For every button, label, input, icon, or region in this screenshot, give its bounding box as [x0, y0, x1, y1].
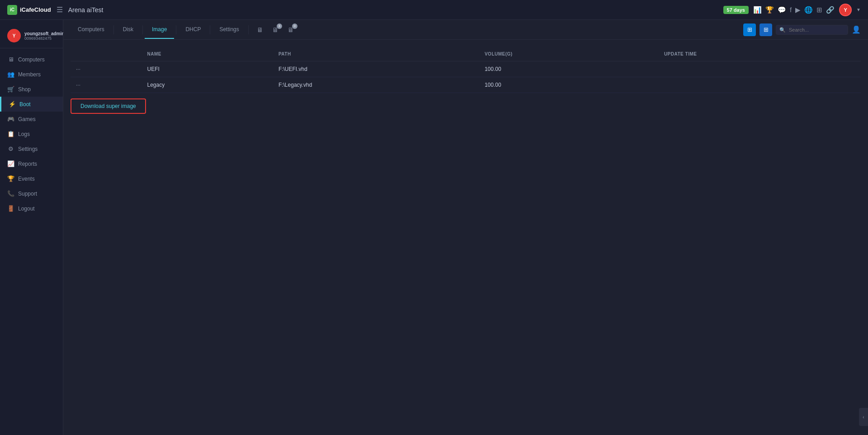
chat-icon[interactable]: 💬: [778, 6, 786, 14]
sidebar-item-computers[interactable]: 🖥 Computers: [0, 52, 63, 67]
sidebar-item-label: Reports: [18, 161, 37, 167]
download-super-image-button[interactable]: Download super image: [71, 98, 146, 114]
days-badge[interactable]: 57 days: [723, 6, 749, 14]
sidebar-item-label: Shop: [18, 86, 31, 93]
sidebar-item-shop[interactable]: 🛒 Shop: [0, 82, 63, 97]
globe-icon[interactable]: 🌐: [804, 6, 813, 14]
tab-divider-2: [142, 25, 143, 34]
tab-disk[interactable]: Disk: [116, 21, 141, 39]
col-update-time: UPDATE TIME: [659, 47, 861, 61]
tab-divider: [113, 25, 114, 34]
sidebar-item-reports[interactable]: 📈 Reports: [0, 156, 63, 171]
sidebar-item-label: Logout: [18, 206, 35, 212]
table-row: ··· UEFI F:\UEFI.vhd 100.00: [71, 61, 861, 77]
avatar: Y: [7, 29, 21, 42]
row-volume: 100.00: [479, 61, 659, 77]
col-volume: VOLUME(G): [479, 47, 659, 61]
table-row: ··· Legacy F:\Legacy.vhd 100.00: [71, 77, 861, 93]
youtube-icon[interactable]: ▶: [795, 6, 801, 14]
tab-divider-5: [248, 25, 249, 34]
boot-icon: ⚡: [9, 101, 16, 108]
trophy-icon[interactable]: 🏆: [765, 6, 774, 14]
main-layout: Y youngzsoft_admin 009693482475 🖥 Comput…: [0, 20, 868, 435]
monitor-icon-3[interactable]: 🖥 0: [285, 24, 297, 35]
col-actions: [71, 47, 142, 61]
sidebar-item-members[interactable]: 👥 Members: [0, 67, 63, 82]
row-dots[interactable]: ···: [71, 77, 142, 93]
windows-btn-2[interactable]: ⊞: [760, 23, 772, 36]
logo[interactable]: iC iCafeCloud: [7, 5, 51, 15]
members-icon: 👥: [7, 71, 14, 78]
image-table: NAME PATH VOLUME(G) UPDATE TIME ··· UEFI…: [71, 47, 861, 93]
monitor-badge-2: 3: [277, 23, 282, 29]
tabs-right: ⊞ ⊞ 🔍 👤: [743, 23, 861, 36]
sidebar: Y youngzsoft_admin 009693482475 🖥 Comput…: [0, 20, 63, 435]
grid-icon[interactable]: ⊞: [816, 6, 822, 14]
topbar-left: iC iCafeCloud ☰ Arena aiTest: [7, 5, 103, 15]
facebook-icon[interactable]: f: [790, 6, 792, 14]
sidebar-item-games[interactable]: 🎮 Games: [0, 112, 63, 126]
sidebar-item-logout[interactable]: 🚪 Logout: [0, 201, 63, 216]
sidebar-item-events[interactable]: 🏆 Events: [0, 171, 63, 186]
monitor-icon-2[interactable]: 🖥 3: [269, 24, 281, 35]
logout-icon: 🚪: [7, 205, 14, 212]
tab-icons: 🖥 🖥 3 🖥 0: [254, 24, 297, 35]
page-title: Arena aiTest: [68, 6, 104, 14]
tab-image[interactable]: Image: [145, 21, 174, 39]
tab-divider-3: [176, 25, 176, 34]
scroll-handle[interactable]: ‹: [859, 408, 868, 426]
content-area: Computers Disk Image DHCP Settings 🖥 🖥 3…: [63, 20, 868, 435]
shop-icon: 🛒: [7, 86, 14, 93]
sidebar-item-label: Boot: [19, 101, 31, 108]
topbar-icons: 📊 🏆 💬 f ▶ 🌐 ⊞ 🔗: [753, 6, 835, 14]
settings-icon: ⚙: [7, 145, 14, 152]
topbar-right: 57 days 📊 🏆 💬 f ▶ 🌐 ⊞ 🔗 Y ▼: [723, 4, 861, 16]
user-info: youngzsoft_admin 009693482475: [24, 31, 64, 41]
sidebar-item-label: Events: [18, 176, 35, 182]
avatar-dropdown-icon[interactable]: ▼: [856, 7, 861, 12]
tabs-bar: Computers Disk Image DHCP Settings 🖥 🖥 3…: [63, 20, 868, 40]
link-icon[interactable]: 🔗: [826, 6, 835, 14]
tab-divider-4: [210, 25, 210, 34]
row-path: F:\UEFI.vhd: [273, 61, 479, 77]
row-update-time: [659, 77, 861, 93]
events-icon: 🏆: [7, 175, 14, 182]
stats-icon[interactable]: 📊: [753, 6, 762, 14]
topbar: iC iCafeCloud ☰ Arena aiTest 57 days 📊 🏆…: [0, 0, 868, 20]
sidebar-item-logs[interactable]: 📋 Logs: [0, 126, 63, 141]
sidebar-item-support[interactable]: 📞 Support: [0, 186, 63, 201]
logo-icon: iC: [7, 5, 17, 15]
user-name: youngzsoft_admin: [24, 31, 64, 36]
search-icon: 🔍: [779, 27, 786, 33]
row-path: F:\Legacy.vhd: [273, 77, 479, 93]
sidebar-item-label: Logs: [18, 131, 30, 137]
tab-settings[interactable]: Settings: [212, 21, 246, 39]
user-id: 009693482475: [24, 36, 64, 41]
sidebar-user: Y youngzsoft_admin 009693482475: [0, 23, 63, 48]
avatar-button[interactable]: Y: [839, 4, 852, 16]
hamburger-icon[interactable]: ☰: [57, 5, 63, 14]
logs-icon: 📋: [7, 131, 14, 137]
col-name: NAME: [142, 47, 273, 61]
row-volume: 100.00: [479, 77, 659, 93]
search-input[interactable]: [776, 25, 848, 35]
monitor-icon-1[interactable]: 🖥: [254, 24, 266, 35]
sidebar-item-boot[interactable]: ⚡ Boot: [0, 97, 63, 112]
sidebar-item-label: Members: [18, 71, 41, 78]
reports-icon: 📈: [7, 160, 14, 167]
tab-dhcp[interactable]: DHCP: [178, 21, 208, 39]
sidebar-item-settings[interactable]: ⚙ Settings: [0, 141, 63, 156]
person-icon[interactable]: 👤: [852, 25, 861, 34]
tab-computers[interactable]: Computers: [71, 21, 112, 39]
windows-btn-1[interactable]: ⊞: [743, 23, 756, 36]
support-icon: 📞: [7, 190, 14, 197]
sidebar-item-label: Settings: [18, 146, 38, 152]
sidebar-item-label: Support: [18, 191, 37, 197]
row-dots[interactable]: ···: [71, 61, 142, 77]
table-area: NAME PATH VOLUME(G) UPDATE TIME ··· UEFI…: [63, 40, 868, 435]
logo-text: iCafeCloud: [20, 6, 51, 13]
games-icon: 🎮: [7, 116, 14, 122]
computers-icon: 🖥: [7, 56, 14, 63]
col-path: PATH: [273, 47, 479, 61]
row-name: Legacy: [142, 77, 273, 93]
